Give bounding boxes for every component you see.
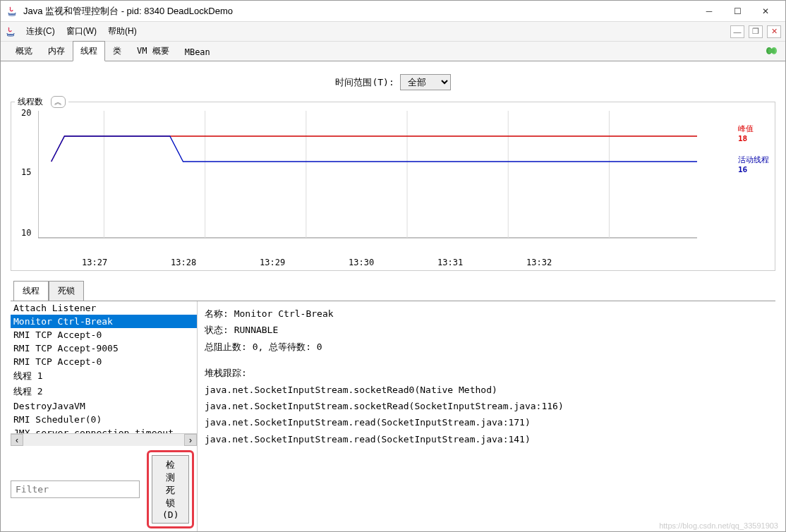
detail-wait-value: 0	[317, 341, 322, 352]
inner-close-button[interactable]: ✕	[767, 25, 781, 38]
thread-list-item[interactable]: JMX server connection timeout	[11, 426, 197, 433]
thread-list-item[interactable]: RMI TCP Accept-0	[11, 355, 197, 368]
tab-threads-list[interactable]: 线程	[13, 281, 49, 301]
app-window: Java 监视和管理控制台 - pid: 8340 DeadLockDemo ─…	[0, 0, 786, 532]
thread-list-item[interactable]: DestroyJavaVM	[11, 399, 197, 413]
tab-memory[interactable]: 内存	[40, 41, 73, 61]
legend-live-label: 活动线程	[738, 155, 769, 165]
tab-vm-summary[interactable]: VM 概要	[129, 41, 177, 61]
connection-status-icon	[766, 46, 778, 58]
thread-list-hscrollbar[interactable]: ‹ ›	[11, 433, 197, 446]
detail-name-label: 名称:	[205, 308, 229, 319]
legend-live-value: 16	[738, 165, 769, 174]
x-tick-1: 13:28	[171, 258, 196, 267]
thread-list-item[interactable]: 线程 1	[11, 368, 197, 384]
main-content: 时间范围(T): 全部 线程数 ︽	[1, 61, 785, 531]
stack-trace-label: 堆栈跟踪:	[205, 368, 247, 378]
java-icon	[5, 26, 16, 37]
thread-list-item[interactable]: RMI TCP Accept-0	[11, 328, 197, 341]
detect-deadlock-button[interactable]: 检测死锁(D)	[152, 455, 189, 524]
inner-window-controls: — ❐ ✕	[730, 25, 781, 38]
titlebar: Java 监视和管理控制台 - pid: 8340 DeadLockDemo ─…	[1, 1, 785, 22]
thread-list[interactable]: Attach ListenerMonitor Ctrl-BreakRMI TCP…	[11, 301, 197, 433]
tab-mbean[interactable]: MBean	[177, 43, 218, 61]
menu-window[interactable]: 窗口(W)	[61, 23, 102, 40]
tab-threads[interactable]: 线程	[73, 41, 105, 61]
legend-peak-label: 峰值	[738, 123, 769, 134]
thread-list-item[interactable]: Monitor Ctrl-Break	[11, 315, 197, 328]
x-tick-5: 13:32	[526, 258, 552, 267]
chart-legend: 峰值 18 活动线程 16	[738, 123, 769, 186]
y-tick-10: 10	[21, 228, 31, 238]
inner-maximize-button[interactable]: ❐	[749, 25, 763, 38]
detail-state-label: 状态:	[205, 325, 229, 335]
detail-name-value: Monitor Ctrl-Break	[234, 308, 334, 319]
menubar: 连接(C) 窗口(W) 帮助(H) — ❐ ✕	[1, 22, 785, 42]
time-range-label: 时间范围(T):	[335, 77, 394, 87]
tab-deadlock[interactable]: 死锁	[49, 281, 84, 301]
filter-input[interactable]	[11, 480, 140, 498]
scroll-right-button[interactable]: ›	[184, 434, 197, 446]
thread-count-chart-panel: 线程数 ︽	[11, 102, 775, 271]
collapse-chart-button[interactable]: ︽	[51, 96, 66, 108]
scroll-left-button[interactable]: ‹	[11, 434, 23, 446]
detail-state-value: RUNNABLE	[234, 325, 279, 335]
thread-list-item[interactable]: RMI Scheduler(0)	[11, 413, 197, 426]
inner-minimize-button[interactable]: —	[730, 25, 744, 38]
bottom-pane: Attach ListenerMonitor Ctrl-BreakRMI TCP…	[11, 301, 775, 531]
detail-blocked-label: 总阻止数:	[205, 341, 247, 352]
x-tick-4: 13:31	[437, 258, 463, 267]
thread-list-wrap: Attach ListenerMonitor Ctrl-BreakRMI TCP…	[11, 301, 198, 531]
bottom-tabs: 线程 死锁	[1, 281, 785, 301]
x-tick-0: 13:27	[82, 258, 107, 267]
time-range-select[interactable]: 全部	[400, 74, 451, 90]
thread-list-item[interactable]: RMI TCP Accept-9005	[11, 341, 197, 355]
svg-point-0	[8, 13, 16, 15]
tab-overview[interactable]: 概览	[8, 41, 40, 61]
stack-line: java.net.SocketInputStream.read(SocketIn…	[205, 431, 768, 447]
svg-rect-4	[768, 49, 775, 53]
chart-panel-title: 线程数 ︽	[15, 96, 68, 108]
detect-deadlock-highlight: 检测死锁(D)	[147, 450, 194, 528]
x-tick-2: 13:29	[260, 258, 285, 267]
y-tick-20: 20	[21, 108, 31, 118]
menu-help[interactable]: 帮助(H)	[102, 23, 143, 40]
stack-line: java.net.SocketInputStream.read(SocketIn…	[205, 414, 768, 430]
stack-line: java.net.SocketInputStream.socketRead(So…	[205, 398, 768, 414]
java-icon	[6, 6, 18, 17]
thread-detail-pane: 名称: Monitor Ctrl-Break 状态: RUNNABLE 总阻止数…	[198, 301, 775, 531]
thread-list-item[interactable]: 线程 2	[11, 384, 197, 399]
menu-connect[interactable]: 连接(C)	[20, 23, 61, 40]
y-tick-15: 15	[21, 167, 31, 177]
detail-wait-label: 总等待数:	[269, 341, 311, 352]
tab-classes[interactable]: 类	[105, 41, 129, 61]
close-button[interactable]: ✕	[751, 1, 780, 21]
main-tabs: 概览 内存 线程 类 VM 概要 MBean	[1, 42, 785, 61]
svg-point-1	[7, 34, 14, 35]
thread-list-item[interactable]: Attach Listener	[11, 301, 197, 315]
watermark: https://blog.csdn.net/qq_33591903	[659, 521, 778, 530]
x-tick-3: 13:30	[349, 258, 374, 267]
window-title: Java 监视和管理控制台 - pid: 8340 DeadLockDemo	[23, 5, 695, 18]
stack-line: java.net.SocketInputStream.socketRead0(N…	[205, 382, 768, 398]
thread-chart	[38, 111, 697, 252]
time-range-row: 时间范围(T): 全部	[1, 68, 785, 97]
legend-peak-value: 18	[738, 134, 769, 143]
detail-blocked-value: 0,	[253, 341, 264, 352]
filter-row: 检测死锁(D)	[11, 446, 197, 531]
minimize-button[interactable]: ─	[695, 1, 723, 21]
maximize-button[interactable]: ☐	[723, 1, 751, 21]
